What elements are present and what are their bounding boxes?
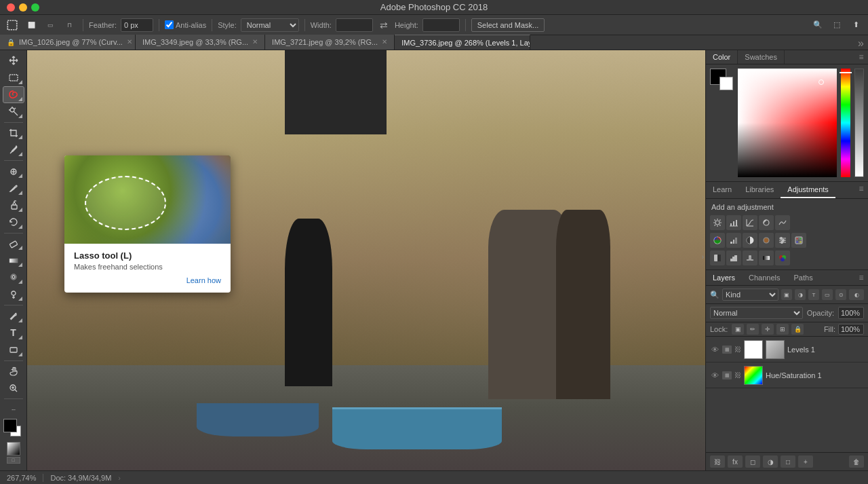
width-input[interactable] xyxy=(336,18,373,32)
layer-item-levels1[interactable]: 👁 ▦ ⛓ Levels 1 xyxy=(706,337,868,362)
marquee-subtract-btn[interactable]: ▭ xyxy=(42,17,58,33)
lock-position-btn[interactable]: ✛ xyxy=(762,324,774,335)
channel-mixer-btn[interactable] xyxy=(775,233,790,248)
brightness-adjustment-btn[interactable] xyxy=(710,215,725,230)
blend-mode-select[interactable]: Normal Multiply Screen xyxy=(710,307,803,319)
move-tool-btn[interactable] xyxy=(3,53,24,69)
invert-btn[interactable] xyxy=(710,250,725,265)
shape-btn[interactable] xyxy=(3,342,24,358)
layer-filter-shape-btn[interactable]: ▭ xyxy=(822,289,833,300)
vibrance-adjustment-btn[interactable] xyxy=(775,215,790,230)
search-button[interactable]: 🔍 xyxy=(810,17,826,33)
tab-3[interactable]: IMG_3736.jpeg @ 268% (Levels 1, Layer Ma… xyxy=(395,35,530,50)
layer-new-btn[interactable]: + xyxy=(798,455,813,468)
hand-btn[interactable] xyxy=(3,364,24,379)
tab-0-close[interactable]: ✕ xyxy=(127,39,132,45)
photo-filter-btn[interactable] xyxy=(759,233,774,248)
learn-tab[interactable]: Learn xyxy=(706,182,738,198)
layer-group-btn[interactable]: □ xyxy=(781,455,795,468)
layer-fx-btn[interactable]: fx xyxy=(728,455,743,468)
feather-input[interactable] xyxy=(121,18,153,32)
brush-btn[interactable] xyxy=(3,181,24,196)
crop-tool-btn[interactable] xyxy=(3,125,24,141)
eyedropper-btn[interactable] xyxy=(3,142,24,157)
swatches-tab[interactable]: Swatches xyxy=(738,50,785,64)
canvas-area[interactable]: Lasso tool (L) Makes freehand selections… xyxy=(27,50,705,470)
color-gradient-picker[interactable] xyxy=(738,69,837,177)
adjustments-tab[interactable]: Adjustments xyxy=(781,182,835,198)
lasso-tool-btn[interactable] xyxy=(3,87,24,103)
lock-image-btn[interactable]: ✏ xyxy=(747,324,759,335)
layers-tab[interactable]: Layers xyxy=(706,270,742,285)
gradient-map-btn[interactable] xyxy=(759,250,774,265)
tab-2[interactable]: IMG_3721.jpeg @ 39,2% (RG... ✕ xyxy=(265,35,395,50)
fill-input[interactable] xyxy=(838,324,864,335)
foreground-color[interactable] xyxy=(3,419,17,432)
layer-mask-btn[interactable]: ◻ xyxy=(745,455,760,468)
screen-mode-normal[interactable]: □ xyxy=(7,457,20,464)
hsl-adjustment-btn[interactable] xyxy=(710,233,725,248)
share-button[interactable]: ⬆ xyxy=(848,17,864,33)
dodge-btn[interactable] xyxy=(3,286,24,302)
clone-stamp-btn[interactable] xyxy=(3,198,24,213)
marquee-rect-btn[interactable] xyxy=(4,17,20,33)
select-mask-button[interactable]: Select and Mask... xyxy=(471,18,545,32)
more-tools-btn[interactable]: ··· xyxy=(3,402,24,417)
layer-filter-smart-btn[interactable]: ⊙ xyxy=(835,289,846,300)
posterize-btn[interactable] xyxy=(726,250,741,265)
color-balance-btn[interactable] xyxy=(726,233,741,248)
minimize-button[interactable] xyxy=(19,3,27,12)
tab-1[interactable]: IMG_3349.jpeg @ 33,3% (RG... ✕ xyxy=(136,35,265,50)
marquee-snap-btn[interactable]: ⬜ xyxy=(23,17,39,33)
panels-toggle[interactable]: » xyxy=(858,37,864,50)
layer-thumb-huesat1[interactable] xyxy=(744,366,763,385)
layers-panel-menu-btn[interactable]: ≡ xyxy=(854,271,868,284)
alpha-slider[interactable] xyxy=(854,69,864,177)
opacity-input[interactable] xyxy=(838,307,864,319)
healing-brush-btn[interactable] xyxy=(3,164,24,179)
lock-all-btn[interactable]: 🔒 xyxy=(791,324,804,335)
layer-visibility-huesat1[interactable]: 👁 xyxy=(710,371,719,380)
selective-color-btn[interactable] xyxy=(775,250,790,265)
swap-wh-button[interactable]: ⇄ xyxy=(376,17,392,33)
layer-thumb-levels1[interactable] xyxy=(744,340,763,359)
color-panel-menu-btn[interactable]: ≡ xyxy=(854,50,868,64)
layer-filter-toggle-btn[interactable]: ◐ xyxy=(849,289,864,300)
marquee-tool-btn[interactable] xyxy=(3,70,24,86)
layer-adjustment-btn[interactable]: ◑ xyxy=(763,455,778,468)
anti-alias-checkbox[interactable] xyxy=(165,20,174,29)
blur-btn[interactable] xyxy=(3,269,24,285)
bg-swatch[interactable] xyxy=(719,77,733,90)
tab-2-close[interactable]: ✕ xyxy=(382,39,387,45)
tab-1-close[interactable]: ✕ xyxy=(252,39,258,45)
pen-btn[interactable] xyxy=(3,308,24,324)
maximize-button[interactable] xyxy=(31,3,39,12)
zoom-btn[interactable] xyxy=(3,380,24,396)
type-btn[interactable]: T xyxy=(3,325,24,341)
anti-alias-label[interactable]: Anti-alias xyxy=(165,20,206,29)
tab-0[interactable]: 🔒 IMG_1026.jpeg @ 77% (Curv... ✕ xyxy=(0,35,136,50)
layer-item-huesat1[interactable]: 👁 ▦ ⛓ Hue/Saturation 1 xyxy=(706,362,868,388)
libraries-tab[interactable]: Libraries xyxy=(738,182,781,198)
lock-transparent-btn[interactable]: ▣ xyxy=(732,324,744,335)
adjustments-panel-menu-btn[interactable]: ≡ xyxy=(854,182,868,196)
layer-filter-adjust-btn[interactable]: ◑ xyxy=(795,289,806,300)
layer-delete-btn[interactable]: 🗑 xyxy=(849,455,864,468)
style-select[interactable]: Normal Fixed Ratio Fixed Size xyxy=(241,18,299,32)
layer-visibility-levels1[interactable]: 👁 xyxy=(710,345,719,354)
layers-kind-select[interactable]: Kind xyxy=(722,288,778,301)
workspace-button[interactable]: ⬚ xyxy=(829,17,845,33)
exposure-adjustment-btn[interactable] xyxy=(759,215,774,230)
tooltip-learn-how-link[interactable]: Learn how xyxy=(74,276,221,284)
color-tab[interactable]: Color xyxy=(706,50,738,64)
eraser-btn[interactable] xyxy=(3,236,24,252)
gradient-btn[interactable] xyxy=(3,253,24,268)
channels-tab[interactable]: Channels xyxy=(742,270,787,285)
layer-filter-pixel-btn[interactable]: ▣ xyxy=(781,289,792,300)
layer-mask-levels1[interactable] xyxy=(766,340,785,359)
history-brush-btn[interactable] xyxy=(3,215,24,230)
black-white-btn[interactable] xyxy=(743,233,757,248)
paths-tab[interactable]: Paths xyxy=(787,270,820,285)
lock-artboard-btn[interactable]: ⊞ xyxy=(776,324,789,335)
levels-adjustment-btn[interactable] xyxy=(726,215,741,230)
